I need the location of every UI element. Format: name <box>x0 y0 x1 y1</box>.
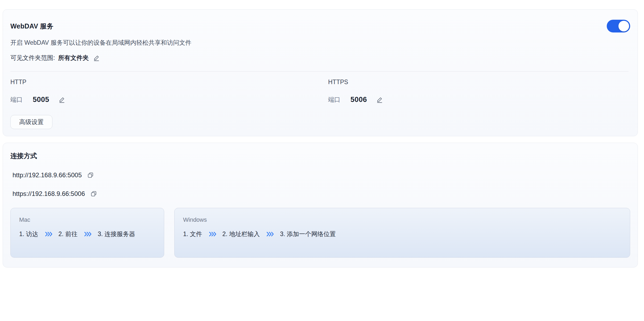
folder-scope-value: 所有文件夹 <box>58 53 89 62</box>
chevrons-right-icon <box>45 231 52 237</box>
mac-step-3: 3. 连接服务器 <box>98 230 135 238</box>
chevrons-right-icon <box>266 231 274 237</box>
http-url-row: http://192.168.9.66:5005 <box>13 171 630 180</box>
edit-folder-scope-icon[interactable] <box>93 54 100 61</box>
edit-https-port-icon[interactable] <box>376 96 383 103</box>
https-label: HTTPS <box>328 78 630 86</box>
windows-step-1: 1. 文件 <box>183 230 202 238</box>
windows-step-2: 2. 地址栏输入 <box>222 230 260 238</box>
webdav-card-header: WebDAV 服务 <box>10 20 630 32</box>
protocol-columns: HTTP 端口 5005 HTTPS 端口 5006 <box>10 78 630 105</box>
edit-http-port-icon[interactable] <box>58 96 65 103</box>
chevrons-right-icon <box>209 231 216 237</box>
mac-step-1: 1. 访达 <box>19 230 38 238</box>
windows-label: Windows <box>183 216 621 224</box>
webdav-card-title: WebDAV 服务 <box>10 22 53 31</box>
copy-https-url-icon[interactable] <box>90 190 97 197</box>
http-port-row: 端口 5005 <box>10 94 328 105</box>
mac-steps: 1. 访达 2. 前往 3. 连接服务器 <box>19 230 155 238</box>
divider <box>10 71 629 72</box>
windows-step-3: 3. 添加一个网络位置 <box>280 230 336 238</box>
webdav-settings-page: WebDAV 服务 开启 WebDAV 服务可以让你的设备在局域网内轻松共享和访… <box>0 0 644 268</box>
http-port-label: 端口 <box>10 96 23 104</box>
folder-scope-row: 可见文件夹范围: 所有文件夹 <box>10 53 630 62</box>
https-url: https://192.168.9.66:5006 <box>13 190 85 197</box>
mac-instructions-box: Mac 1. 访达 2. 前往 3. 连接服务器 <box>10 208 164 258</box>
https-port-value: 5006 <box>350 96 367 104</box>
http-label: HTTP <box>10 78 328 86</box>
webdav-service-toggle[interactable] <box>607 20 630 32</box>
chevrons-right-icon <box>84 231 91 237</box>
https-url-row: https://192.168.9.66:5006 <box>13 189 630 198</box>
connection-card-title: 连接方式 <box>10 151 630 160</box>
advanced-settings-button[interactable]: 高级设置 <box>10 115 52 129</box>
folder-scope-label: 可见文件夹范围: <box>10 53 55 62</box>
platform-instructions-row: Mac 1. 访达 2. 前往 3. 连接服务器 <box>10 208 630 258</box>
https-port-label: 端口 <box>328 96 340 104</box>
windows-steps: 1. 文件 2. 地址栏输入 3. 添加一个网络位置 <box>183 230 621 238</box>
webdav-service-card: WebDAV 服务 开启 WebDAV 服务可以让你的设备在局域网内轻松共享和访… <box>3 9 638 136</box>
https-port-row: 端口 5006 <box>328 94 630 105</box>
connection-methods-card: 连接方式 http://192.168.9.66:5005 https://19… <box>3 143 638 268</box>
mac-step-2: 2. 前往 <box>59 230 78 238</box>
http-url: http://192.168.9.66:5005 <box>13 171 82 179</box>
windows-instructions-box: Windows 1. 文件 2. 地址栏输入 3. 添加一个网络位置 <box>174 208 630 258</box>
webdav-description: 开启 WebDAV 服务可以让你的设备在局域网内轻松共享和访问文件 <box>10 38 630 47</box>
copy-http-url-icon[interactable] <box>87 172 94 179</box>
https-column: HTTPS 端口 5006 <box>328 78 630 105</box>
http-column: HTTP 端口 5005 <box>10 78 328 105</box>
toggle-knob <box>618 21 629 31</box>
http-port-value: 5005 <box>33 96 49 104</box>
mac-label: Mac <box>19 216 155 224</box>
